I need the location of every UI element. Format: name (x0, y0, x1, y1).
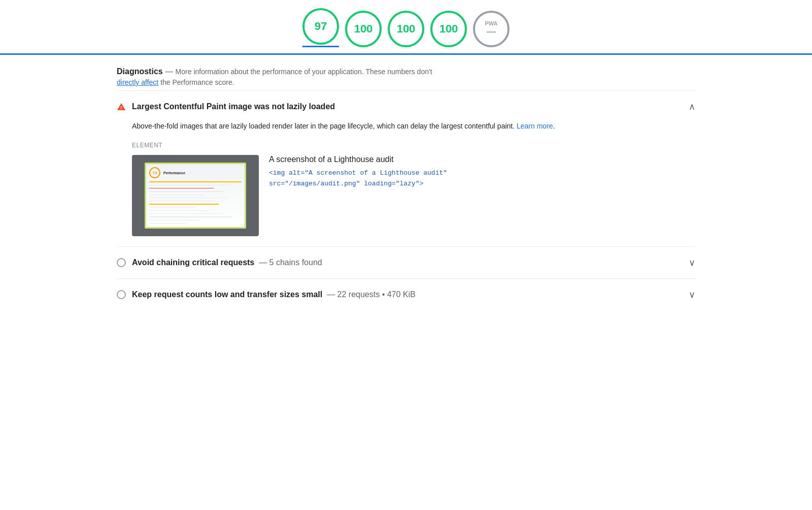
element-name: A screenshot of a Lighthouse audit (269, 155, 695, 164)
audit-request-counts: Keep request counts low and transfer siz… (117, 278, 695, 310)
audit-lcp-description: Above-the-fold images that are lazily lo… (132, 120, 695, 132)
score-pwa[interactable]: PWA — (473, 11, 510, 47)
element-label: Element (132, 142, 695, 149)
audit-lcp-chevron[interactable]: ∧ (689, 101, 695, 112)
score-performance[interactable]: 97 (302, 8, 339, 47)
audit-request-counts-left: Keep request counts low and transfer siz… (117, 290, 416, 299)
score-circle-accessibility: 100 (345, 11, 382, 47)
audit-lcp-title: Largest Contentful Paint image was not l… (132, 102, 335, 111)
main-content: Diagnostics — More information about the… (76, 55, 736, 310)
audit-lcp-lazy-load: ! Largest Contentful Paint image was not… (117, 90, 695, 246)
score-circle-best-practices: 100 (388, 11, 424, 47)
lh-thumb-header: 73 Performance (149, 167, 242, 178)
warning-icon: ! (117, 102, 126, 111)
learn-more-link[interactable]: Learn more (517, 122, 553, 130)
active-tab-underline (302, 46, 339, 47)
audit-header-left: ! Largest Contentful Paint image was not… (117, 102, 335, 111)
thumbnail-inner: 73 Performance (145, 163, 246, 229)
element-thumbnail: 73 Performance (132, 155, 259, 236)
audit-lcp-body: Above-the-fold images that are lazily lo… (117, 120, 695, 236)
audit-request-counts-chevron[interactable]: ∨ (689, 289, 695, 300)
score-bar: 97 100 100 100 PWA — (0, 0, 812, 55)
audit-critical-requests-title: Avoid chaining critical requests — 5 cha… (132, 258, 322, 267)
score-circle-seo: 100 (430, 11, 467, 47)
lh-thumb: 73 Performance (146, 164, 245, 227)
audit-critical-requests-header[interactable]: Avoid chaining critical requests — 5 cha… (117, 257, 695, 268)
svg-text:!: ! (120, 105, 122, 110)
diagnostics-section: Diagnostics — More information about the… (117, 55, 695, 90)
directly-affect-link[interactable]: directly affect (117, 78, 158, 86)
neutral-icon-requests (117, 290, 126, 299)
element-code: <img alt="A screenshot of a Lighthouse a… (269, 168, 695, 189)
diagnostics-title: Diagnostics — More information about the… (117, 67, 695, 76)
element-info: A screenshot of a Lighthouse audit <img … (269, 155, 695, 189)
neutral-icon-critical (117, 258, 126, 267)
score-circle-performance: 97 (302, 8, 339, 45)
audit-request-counts-header[interactable]: Keep request counts low and transfer siz… (117, 289, 695, 300)
audit-lcp-header[interactable]: ! Largest Contentful Paint image was not… (117, 101, 695, 112)
score-circle-pwa: PWA — (473, 11, 510, 47)
audit-critical-requests-chevron[interactable]: ∨ (689, 257, 695, 268)
audit-critical-requests-detail: — 5 chains found (257, 258, 322, 267)
lh-thumb-score: 73 (149, 167, 160, 178)
audit-request-counts-detail: — 22 requests • 470 KiB (325, 290, 416, 299)
diagnostics-link-row: directly affect the Performance score. (117, 78, 695, 86)
score-best-practices[interactable]: 100 (388, 11, 424, 47)
audit-critical-requests: Avoid chaining critical requests — 5 cha… (117, 246, 695, 278)
score-accessibility[interactable]: 100 (345, 11, 382, 47)
score-seo[interactable]: 100 (430, 11, 467, 47)
audit-request-counts-title: Keep request counts low and transfer siz… (132, 290, 416, 299)
element-row: 73 Performance (132, 155, 695, 236)
audit-critical-requests-left: Avoid chaining critical requests — 5 cha… (117, 258, 322, 267)
